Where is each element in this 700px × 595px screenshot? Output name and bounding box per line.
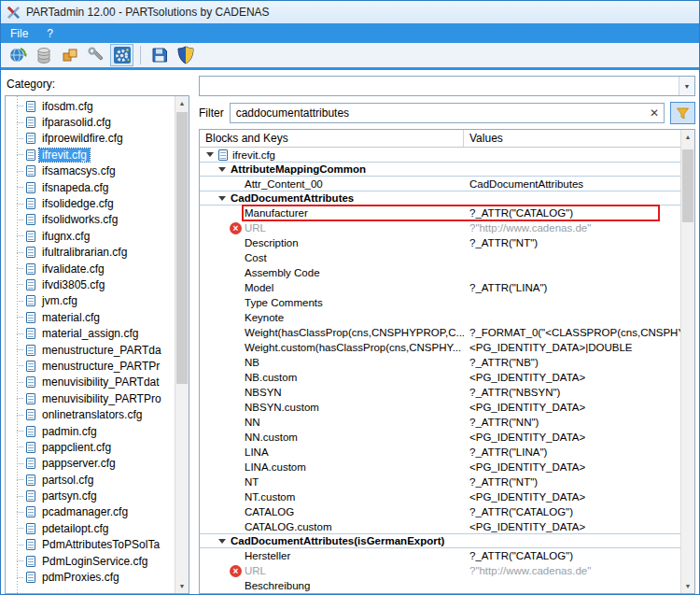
table-key-row[interactable]: NB.custom<PG_IDENTITY_DATA> (200, 370, 680, 385)
scroll-down-icon[interactable]: ▼ (681, 579, 694, 593)
menu-help[interactable]: ? (37, 23, 63, 43)
filter-toggle-button[interactable] (670, 102, 695, 124)
tree-item[interactable]: padmin.cfg (6, 423, 175, 439)
tree-item[interactable]: material_assign.cfg (6, 325, 175, 341)
table-key-row[interactable]: Weight(hasClassProp(cns,CNSPHYPROP,C...?… (200, 325, 680, 340)
filter-field: ✕ (230, 103, 665, 123)
tree-item[interactable]: partsol.cfg (6, 472, 175, 488)
column-header-blocks-and-keys[interactable]: Blocks and Keys (200, 130, 464, 147)
tree-item[interactable]: PdmAttributesToPSolTa (6, 537, 175, 553)
table-key-row[interactable]: Model?_ATTR("LINA") (200, 280, 680, 295)
chevron-down-icon[interactable] (218, 167, 226, 172)
tree-item[interactable]: PdmLoginService.cfg (6, 553, 175, 569)
tree-item-label: ifsolidworks.cfg (39, 213, 120, 226)
table-key-row[interactable]: Manufacturer?_ATTR("CATALOG") (200, 205, 680, 220)
scroll-up-icon[interactable]: ▲ (681, 130, 694, 144)
tree-scrollbar[interactable]: ▲ ▼ (175, 96, 189, 593)
table-key-row[interactable]: Keynote (200, 310, 680, 325)
table-key-row[interactable]: Type Comments (200, 295, 680, 310)
database-button[interactable] (32, 44, 55, 66)
tree-scrollbar-track[interactable] (175, 110, 189, 579)
table-scrollbar[interactable]: ▲ ▼ (680, 130, 694, 593)
table-key-row[interactable]: CATALOG?_ATTR("CATALOG") (200, 504, 680, 519)
tree-item[interactable]: pappclient.cfg (6, 439, 175, 455)
tree-item[interactable]: ifultralibrarian.cfg (6, 245, 175, 261)
value-cell: <PG_IDENTITY_DATA> (464, 521, 680, 532)
table-block-row[interactable]: CadDocumentAttributes(isGermanExport) (200, 533, 680, 548)
table-key-row[interactable]: Cost (200, 250, 680, 265)
tree-item[interactable]: ifosdm.cfg (6, 98, 175, 114)
tree-item[interactable]: ifsamacsys.cfg (6, 163, 175, 179)
tree-item[interactable]: ifvdi3805.cfg (6, 276, 175, 292)
admin-button[interactable] (174, 44, 197, 66)
tree-item[interactable]: menuvisibility_PARTdat (6, 375, 175, 390)
tree-item[interactable]: pdetailopt.cfg (6, 520, 175, 536)
table-key-row[interactable]: NBSYN.custom<PG_IDENTITY_DATA> (200, 400, 680, 415)
tools-button[interactable] (84, 44, 107, 66)
table-key-row[interactable]: ×URL?"http://www.cadenas.de" (200, 563, 680, 578)
tree-scrollbar-thumb[interactable] (176, 112, 188, 384)
table-key-row[interactable]: Attr_Content_00CadDocumentAttributes (200, 177, 680, 191)
tree-item[interactable]: pdmProxies.cfg (6, 569, 175, 585)
tree-item[interactable]: menuvisibility_PARTPro (6, 390, 175, 406)
table-block-row[interactable]: ifrevit.cfg (200, 148, 680, 163)
table-key-row[interactable]: ×URL?"http://www.cadenas.de" (200, 220, 680, 235)
tree-item[interactable]: onlinetranslators.cfg (6, 406, 175, 422)
scroll-down-icon[interactable]: ▼ (175, 579, 189, 593)
table-key-row[interactable]: NN.custom<PG_IDENTITY_DATA> (200, 430, 680, 445)
chevron-down-icon[interactable] (206, 152, 214, 157)
chevron-down-icon[interactable]: ▼ (679, 77, 694, 95)
tree-item[interactable]: ifproewildfire.cfg (6, 131, 175, 147)
combobox-input[interactable] (200, 77, 679, 95)
table-key-row[interactable]: Description?_ATTR("NT") (200, 235, 680, 250)
table-key-row[interactable]: NT.custom<PG_IDENTITY_DATA> (200, 489, 680, 504)
table-key-row[interactable]: CATALOG.custom<PG_IDENTITY_DATA> (200, 519, 680, 534)
table-key-row[interactable]: Weight.custom(hasClassProp(cns,CNSPHY...… (200, 340, 680, 355)
save-button[interactable] (147, 44, 171, 66)
table-key-row[interactable]: LINA?_ATTR("LINA") (200, 445, 680, 460)
update-button[interactable] (6, 44, 29, 66)
tree-item[interactable]: ifvalidate.cfg (6, 261, 175, 276)
table-scrollbar-thumb[interactable] (682, 149, 693, 222)
config-file-icon (26, 231, 35, 242)
table-key-row[interactable]: NBSYN?_ATTR("NBSYN") (200, 385, 680, 400)
tree-item[interactable]: menustructure_PARTda (6, 342, 175, 358)
column-header-values[interactable]: Values (464, 130, 680, 147)
table-key-row[interactable]: NB?_ATTR("NB") (200, 355, 680, 370)
scroll-up-icon[interactable]: ▲ (175, 96, 189, 110)
table-key-row[interactable]: Beschreibung (200, 578, 680, 593)
key-label: LINA (245, 446, 269, 458)
tree-item[interactable]: ifugnx.cfg (6, 228, 175, 244)
tree-item[interactable]: pappserver.cfg (6, 456, 175, 472)
tree-item[interactable]: ifsnapeda.cfg (6, 179, 175, 195)
chevron-down-icon[interactable] (218, 539, 226, 544)
table-key-row[interactable]: NN?_ATTR("NN") (200, 415, 680, 430)
table-key-row[interactable]: Assembly Code (200, 265, 680, 280)
tree-item[interactable]: ifsolidworks.cfg (6, 212, 175, 228)
section-combobox[interactable]: ▼ (199, 76, 695, 96)
tree-item[interactable]: ifparasolid.cfg (6, 114, 175, 130)
chevron-down-icon[interactable] (218, 196, 226, 201)
clear-filter-icon[interactable]: ✕ (645, 106, 664, 120)
table-key-row[interactable]: Hersteller?_ATTR("CATALOG") (200, 548, 680, 563)
table-block-row[interactable]: CadDocumentAttributes (200, 191, 680, 205)
tree-item[interactable]: jvm.cfg (6, 293, 175, 309)
menu-file[interactable]: File (1, 23, 37, 43)
settings-gear-icon (113, 46, 132, 64)
settings-button[interactable] (110, 44, 133, 66)
tree-item[interactable]: material.cfg (6, 309, 175, 325)
table-key-row[interactable]: NT?_ATTR("NT") (200, 475, 680, 489)
tree-connector-line (17, 106, 23, 106)
table-block-row[interactable]: AttributeMappingCommon (200, 162, 680, 177)
tree-item[interactable]: pcadmanager.cfg (6, 504, 175, 520)
table-key-row[interactable]: LINA.custom<PG_IDENTITY_DATA> (200, 460, 680, 475)
tree-item[interactable]: ifsolidedge.cfg (6, 195, 175, 211)
key-label: NBSYN (245, 387, 282, 398)
tree-item[interactable]: partsyn.cfg (6, 488, 175, 503)
tree-item[interactable]: menustructure_PARTPr (6, 358, 175, 374)
block-label: CadDocumentAttributes (231, 192, 354, 204)
filter-input[interactable] (231, 106, 645, 120)
packages-button[interactable] (58, 44, 81, 66)
tree-item[interactable]: ifrevit.cfg (6, 147, 175, 163)
table-scrollbar-track[interactable] (681, 144, 694, 579)
